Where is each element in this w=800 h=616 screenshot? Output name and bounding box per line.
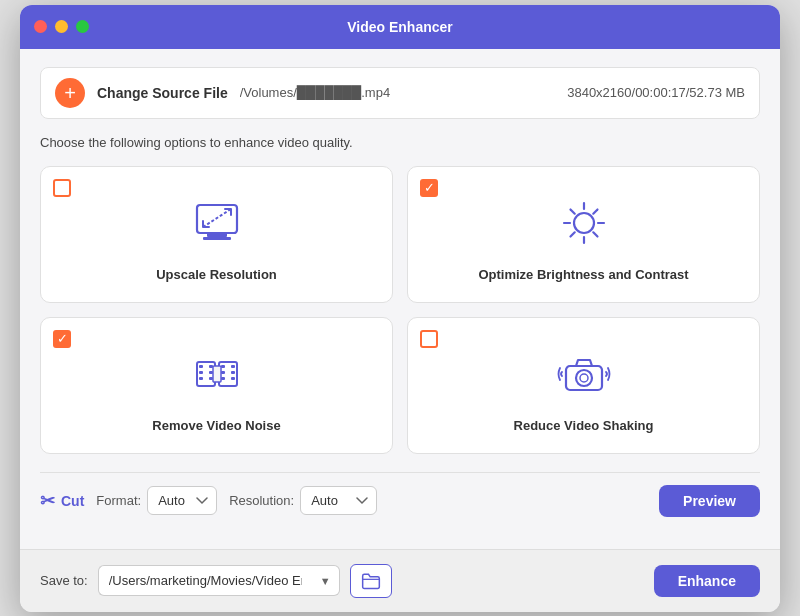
svg-line-10 [593,232,597,236]
svg-point-4 [574,213,594,233]
svg-rect-1 [207,233,227,237]
format-select[interactable]: Auto MP4 MOV AVI MKV [147,486,217,515]
svg-rect-27 [213,366,221,382]
svg-rect-14 [199,365,203,368]
save-to-label: Save to: [40,573,88,588]
shaking-label: Reduce Video Shaking [514,418,654,433]
svg-point-30 [580,374,588,382]
traffic-lights [34,20,89,33]
titlebar: Video Enhancer [20,5,780,49]
option-noise[interactable]: ✓ [40,317,393,454]
svg-line-9 [570,209,574,213]
upscale-icon [185,191,249,255]
scissors-icon: ✂ [40,490,55,512]
brightness-icon [552,191,616,255]
option-brightness[interactable]: ✓ Optimize Brightness and Contrast [407,166,760,303]
toolbar: ✂ Cut Format: Auto MP4 MOV AVI MKV Resol… [40,472,760,531]
svg-line-12 [570,232,574,236]
svg-rect-16 [199,377,203,380]
bottom-bar: Save to: ▼ Enhance [20,549,780,612]
shaking-checkbox[interactable] [420,330,438,348]
window-title: Video Enhancer [347,19,453,35]
source-meta: 3840x2160/00:00:17/52.73 MB [567,85,745,100]
source-bar: + Change Source File /Volumes/███████.mp… [40,67,760,119]
shaking-icon [552,342,616,406]
svg-line-3 [203,209,231,227]
noise-label: Remove Video Noise [152,418,280,433]
brightness-label: Optimize Brightness and Contrast [478,267,688,282]
format-label: Format: [96,493,141,508]
description-text: Choose the following options to enhance … [40,135,760,150]
resolution-label: Resolution: [229,493,294,508]
upscale-label: Upscale Resolution [156,267,277,282]
options-grid: Upscale Resolution ✓ [40,166,760,454]
brightness-checkbox[interactable]: ✓ [420,179,438,197]
content-area: + Change Source File /Volumes/███████.mp… [20,49,780,549]
svg-point-29 [576,370,592,386]
path-dropdown-button[interactable]: ▼ [312,565,340,596]
option-upscale[interactable]: Upscale Resolution [40,166,393,303]
add-source-button[interactable]: + [55,78,85,108]
path-wrap: ▼ [98,565,340,596]
svg-rect-15 [199,371,203,374]
resolution-select[interactable]: Auto 720p 1080p 4K [300,486,377,515]
folder-icon [361,571,381,591]
noise-checkbox[interactable]: ✓ [53,330,71,348]
minimize-button[interactable] [55,20,68,33]
browse-folder-button[interactable] [350,564,392,598]
svg-rect-2 [203,237,231,240]
upscale-checkbox[interactable] [53,179,71,197]
option-shaking[interactable]: Reduce Video Shaking [407,317,760,454]
resolution-select-wrap: Resolution: Auto 720p 1080p 4K [229,486,377,515]
noise-icon [185,342,249,406]
source-file-path: /Volumes/███████.mp4 [240,85,555,100]
svg-rect-24 [231,365,235,368]
save-path-input[interactable] [98,565,312,596]
close-button[interactable] [34,20,47,33]
cut-button[interactable]: ✂ Cut [40,490,84,512]
change-source-label: Change Source File [97,85,228,101]
maximize-button[interactable] [76,20,89,33]
svg-rect-25 [231,371,235,374]
preview-button[interactable]: Preview [659,485,760,517]
svg-rect-26 [231,377,235,380]
svg-line-11 [593,209,597,213]
main-window: Video Enhancer + Change Source File /Vol… [20,5,780,612]
format-select-wrap: Format: Auto MP4 MOV AVI MKV [96,486,217,515]
enhance-button[interactable]: Enhance [654,565,760,597]
cut-label: Cut [61,493,84,509]
